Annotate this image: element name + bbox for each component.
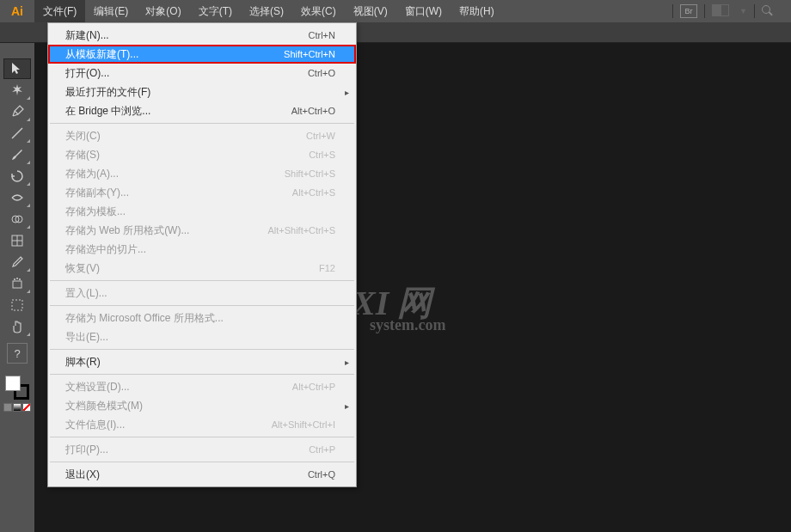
hand-tool[interactable]	[3, 316, 31, 337]
menu-item-shortcut: Ctrl+P	[309, 444, 335, 455]
menu-item-label: 存储副本(Y)...	[65, 186, 129, 200]
menu-item-microsoftoffice: 存储为 Microsoft Office 所用格式...	[48, 309, 356, 327]
menu-item-c: 关闭(C)Ctrl+W	[48, 126, 356, 145]
menu-item-shortcut: Alt+Ctrl+O	[291, 106, 335, 116]
menu-item-shortcut: Ctrl+W	[306, 131, 335, 141]
menu-item-label: 导出(E)...	[65, 330, 108, 345]
svg-point-8	[16, 278, 18, 279]
menu-item-d: 文档设置(D)...Alt+Ctrl+P	[48, 377, 356, 396]
fill-swatch[interactable]	[5, 376, 21, 391]
menu-item-n[interactable]: 新建(N)...Ctrl+N	[48, 26, 356, 45]
svg-point-9	[19, 278, 21, 280]
menu-item-shortcut: Ctrl+S	[309, 150, 335, 160]
menu-separator	[50, 462, 354, 462]
menu-item-shortcut: Alt+Shift+Ctrl+I	[272, 419, 335, 430]
menu-item-label: 退出(X)	[65, 468, 100, 482]
menu-item-o[interactable]: 打开(O)...Ctrl+O	[48, 64, 356, 83]
menu-item-label: 新建(N)...	[65, 28, 109, 43]
menu-item-shortcut: Alt+Shift+Ctrl+S	[267, 225, 335, 235]
menu-item-p: 打印(P)...Ctrl+P	[48, 440, 356, 459]
layout-icon[interactable]	[712, 4, 733, 18]
menu-separator	[50, 123, 354, 124]
menu-item-label: 置入(L)...	[65, 286, 107, 301]
menu-item-e: 导出(E)...	[48, 327, 356, 346]
menu-effect[interactable]: 效果(C)	[292, 0, 345, 22]
menu-item-label: 打印(P)...	[65, 443, 108, 457]
help-button[interactable]: ?	[7, 343, 28, 364]
menu-item-webw: 存储为 Web 所用格式(W)...Alt+Shift+Ctrl+S	[48, 221, 356, 240]
color-mode-swatch[interactable]	[3, 403, 12, 412]
menu-item-t[interactable]: 从模板新建(T)...Shift+Ctrl+N	[48, 45, 356, 64]
width-tool[interactable]	[3, 187, 31, 208]
bridge-icon[interactable]: Br	[680, 4, 697, 18]
menu-item-label: 存储为 Microsoft Office 所用格式...	[65, 311, 224, 326]
menu-item-label: 从模板新建(T)...	[65, 47, 138, 62]
menubar-right: Br ▼	[672, 4, 791, 18]
mesh-tool[interactable]	[3, 230, 31, 251]
menu-item-label: 在 Bridge 中浏览...	[65, 104, 150, 119]
artboard-tool[interactable]	[3, 295, 31, 315]
brush-tool[interactable]	[3, 144, 31, 165]
color-swatches	[0, 372, 34, 415]
menu-item-f[interactable]: 最近打开的文件(F)	[48, 83, 356, 101]
app-logo-text: Ai	[11, 4, 23, 18]
menu-item-label: 文件信息(I)...	[65, 418, 125, 432]
symbol-tool[interactable]	[3, 273, 31, 294]
menu-item-: 存储为模板...	[48, 202, 356, 221]
file-menu-dropdown: 新建(N)...Ctrl+N从模板新建(T)...Shift+Ctrl+N打开(…	[47, 22, 357, 487]
none-mode-swatch[interactable]	[22, 403, 31, 412]
menu-item-l: 置入(L)...	[48, 284, 356, 303]
menu-item-label: 文档设置(D)...	[65, 380, 130, 394]
menu-items: 文件(F) 编辑(E) 对象(O) 文字(T) 选择(S) 效果(C) 视图(V…	[34, 0, 503, 22]
menu-file[interactable]: 文件(F)	[34, 0, 85, 22]
watermark-sub: system.com	[370, 316, 445, 334]
menu-item-x[interactable]: 退出(X)Ctrl+Q	[48, 465, 356, 484]
menu-help[interactable]: 帮助(H)	[451, 0, 503, 22]
svg-rect-6	[13, 281, 21, 288]
menu-separator	[50, 437, 354, 437]
menubar: Ai 文件(F) 编辑(E) 对象(O) 文字(T) 选择(S) 效果(C) 视…	[0, 0, 791, 22]
menu-separator	[50, 305, 354, 306]
selection-tool[interactable]	[3, 58, 31, 79]
menu-select[interactable]: 选择(S)	[241, 0, 292, 22]
menu-item-shortcut: Ctrl+O	[308, 68, 335, 78]
menu-item-label: 最近打开的文件(F)	[65, 85, 150, 100]
menu-object[interactable]: 对象(O)	[137, 0, 189, 22]
toolbar: ?	[0, 43, 34, 532]
menu-item-y: 存储副本(Y)...Alt+Ctrl+S	[48, 183, 356, 202]
menu-item-m: 文档颜色模式(M)	[48, 396, 356, 415]
menu-item-label: 存储(S)	[65, 148, 100, 162]
shape-builder-tool[interactable]	[3, 209, 31, 229]
menu-item-bridge[interactable]: 在 Bridge 中浏览...Alt+Ctrl+O	[48, 101, 356, 120]
menu-item-shortcut: Shift+Ctrl+N	[284, 49, 335, 59]
pen-tool[interactable]	[3, 101, 31, 122]
eyedropper-tool[interactable]	[3, 252, 31, 272]
menu-item-label: 恢复(V)	[65, 261, 100, 276]
menu-edit[interactable]: 编辑(E)	[85, 0, 137, 22]
menu-separator	[50, 374, 354, 375]
fill-stroke-swatches[interactable]	[5, 376, 29, 400]
menu-item-r[interactable]: 脚本(R)	[48, 352, 356, 371]
app-logo: Ai	[0, 0, 34, 22]
menu-item-label: 存储为模板...	[65, 205, 126, 219]
menu-item-shortcut: Alt+Ctrl+S	[292, 187, 335, 198]
menu-item-label: 打开(O)...	[65, 66, 109, 81]
menu-item-label: 文档颜色模式(M)	[65, 399, 143, 413]
gradient-mode-swatch[interactable]	[13, 403, 21, 412]
menu-view[interactable]: 视图(V)	[345, 0, 396, 22]
search-icon[interactable]	[762, 5, 774, 17]
menu-item-label: 存储为 Web 所用格式(W)...	[65, 223, 189, 238]
menu-item-v: 恢复(V)F12	[48, 259, 356, 278]
svg-rect-10	[12, 300, 22, 310]
menu-item-a: 存储为(A)...Shift+Ctrl+S	[48, 164, 356, 183]
svg-line-0	[12, 128, 22, 138]
menu-item-i: 文件信息(I)...Alt+Shift+Ctrl+I	[48, 415, 356, 434]
rotate-tool[interactable]	[3, 166, 31, 187]
menu-item-: 存储选中的切片...	[48, 240, 356, 259]
menu-item-shortcut: Alt+Ctrl+P	[292, 382, 335, 392]
line-tool[interactable]	[3, 123, 31, 144]
menu-window[interactable]: 窗口(W)	[396, 0, 451, 22]
magic-wand-tool[interactable]	[3, 80, 31, 101]
menu-item-shortcut: Ctrl+N	[309, 30, 335, 40]
menu-text[interactable]: 文字(T)	[190, 0, 241, 22]
